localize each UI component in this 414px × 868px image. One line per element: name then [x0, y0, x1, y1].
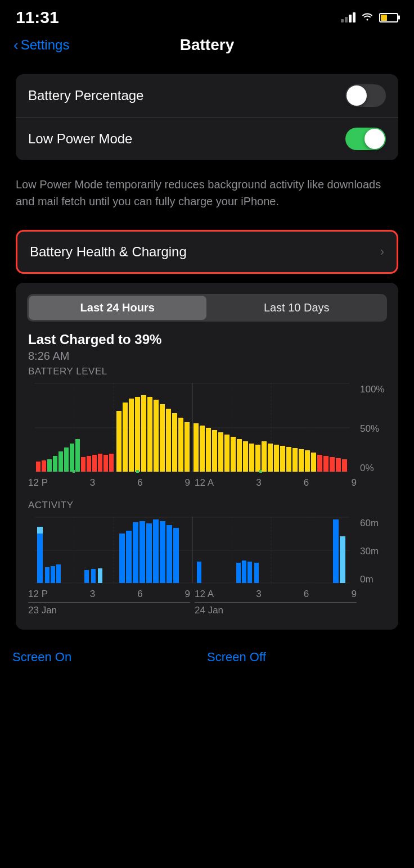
svg-rect-93: [242, 560, 246, 583]
x-label-9b: 9: [352, 477, 357, 489]
x-label-3a: 3: [90, 477, 95, 489]
x-label-3b: 3: [256, 477, 261, 489]
page-title: Battery: [180, 36, 234, 54]
svg-rect-91: [197, 562, 201, 583]
screen-off-label[interactable]: Screen Off: [207, 650, 402, 664]
svg-rect-15: [64, 447, 69, 472]
svg-rect-51: [268, 444, 273, 472]
battery-fill: [381, 15, 387, 21]
svg-rect-27: [129, 399, 134, 472]
battery-health-row[interactable]: Battery Health & Charging ›: [17, 232, 397, 272]
svg-rect-23: [104, 455, 108, 472]
svg-rect-38: [194, 423, 199, 472]
svg-rect-59: [317, 455, 322, 472]
back-button[interactable]: ‹ Settings: [14, 37, 69, 53]
segment-24h[interactable]: Last 24 Hours: [29, 296, 206, 320]
battery-x-axis: 12 P 3 6 9 12 A 3 6 9: [28, 475, 386, 489]
usage-card: Last 24 Hours Last 10 Days Last Charged …: [16, 283, 398, 630]
svg-rect-36: [178, 418, 183, 472]
svg-rect-96: [333, 519, 339, 583]
svg-rect-13: [53, 456, 57, 472]
status-bar: 11:31: [0, 0, 414, 30]
charge-info: Last Charged to 39% 8:26 AM: [16, 322, 398, 366]
svg-rect-61: [330, 457, 335, 472]
low-power-mode-row[interactable]: Low Power Mode: [16, 117, 398, 160]
svg-rect-42: [218, 432, 223, 472]
date-labels-row: 23 Jan 24 Jan: [28, 600, 386, 616]
svg-rect-26: [123, 403, 128, 472]
svg-rect-63: [342, 459, 347, 472]
svg-rect-35: [172, 413, 177, 472]
low-power-description: Low Power Mode temporarily reduces backg…: [0, 169, 414, 221]
svg-rect-54: [286, 447, 291, 472]
svg-rect-84: [133, 522, 138, 583]
svg-rect-30: [141, 395, 146, 472]
charge-time: 8:26 AM: [28, 350, 386, 363]
svg-rect-76: [45, 567, 50, 583]
svg-rect-55: [292, 448, 298, 472]
bottom-nav-labels: Screen On Screen Off: [0, 639, 414, 664]
svg-rect-41: [212, 430, 217, 472]
x-label-12p: 12 P: [28, 477, 48, 489]
svg-rect-97: [340, 536, 345, 583]
svg-rect-53: [280, 446, 285, 472]
svg-rect-86: [146, 523, 152, 583]
battery-percentage-label: Battery Percentage: [28, 88, 143, 103]
back-chevron-icon: ‹: [14, 38, 19, 52]
svg-rect-10: [36, 462, 40, 472]
svg-rect-24: [109, 454, 114, 472]
svg-rect-40: [206, 428, 211, 472]
svg-rect-18: [75, 439, 80, 472]
status-time: 11:31: [16, 8, 59, 27]
battery-percentage-row[interactable]: Battery Percentage: [16, 74, 398, 117]
battery-health-section[interactable]: Battery Health & Charging ›: [16, 230, 398, 274]
svg-rect-22: [98, 454, 102, 472]
svg-rect-46: [243, 441, 248, 472]
nav-header: ‹ Settings Battery: [0, 30, 414, 65]
svg-rect-60: [323, 456, 328, 472]
svg-rect-56: [299, 449, 304, 472]
time-range-segmented-control[interactable]: Last 24 Hours Last 10 Days: [27, 294, 387, 322]
svg-rect-85: [140, 521, 145, 583]
battery-level-svg: [28, 383, 357, 473]
svg-rect-28: [135, 397, 140, 472]
y-activity-0m: 0m: [360, 574, 386, 585]
svg-rect-12: [47, 459, 52, 472]
activity-chart-section: ACTIVITY: [16, 500, 398, 616]
svg-rect-16: [70, 444, 74, 472]
svg-rect-39: [200, 426, 205, 472]
svg-rect-75: [37, 527, 43, 534]
charge-title: Last Charged to 39%: [28, 332, 386, 347]
battery-level-chart-section: BATTERY LEVEL: [16, 366, 398, 489]
svg-rect-14: [58, 451, 63, 472]
toggle-thumb: [346, 85, 367, 106]
back-label: Settings: [21, 37, 70, 53]
low-power-mode-toggle[interactable]: [345, 128, 386, 150]
svg-rect-79: [84, 570, 89, 583]
svg-rect-20: [87, 456, 91, 472]
battery-icon: [379, 13, 398, 22]
svg-rect-62: [336, 458, 341, 472]
battery-percentage-toggle[interactable]: [345, 84, 386, 107]
svg-rect-31: [147, 397, 152, 472]
svg-rect-95: [254, 563, 259, 583]
svg-rect-33: [160, 404, 165, 472]
x-label-6a: 6: [137, 477, 142, 489]
settings-toggles-section: Battery Percentage Low Power Mode: [16, 74, 398, 160]
x-label-9a: 9: [185, 477, 190, 489]
svg-rect-29: [136, 470, 139, 473]
svg-rect-57: [305, 450, 310, 472]
svg-rect-19: [81, 457, 86, 472]
svg-rect-90: [173, 528, 179, 583]
battery-health-label: Battery Health & Charging: [30, 244, 187, 260]
svg-rect-48: [255, 445, 260, 472]
svg-rect-44: [231, 437, 236, 472]
segment-10d[interactable]: Last 10 Days: [208, 296, 386, 320]
low-power-mode-label: Low Power Mode: [28, 131, 132, 147]
screen-on-label[interactable]: Screen On: [12, 650, 207, 664]
toggle-thumb-lpm: [364, 129, 385, 149]
svg-rect-81: [98, 568, 102, 583]
wifi-icon: [361, 12, 374, 24]
date-label-24jan: 24 Jan: [195, 602, 357, 616]
battery-level-label: BATTERY LEVEL: [28, 366, 386, 377]
